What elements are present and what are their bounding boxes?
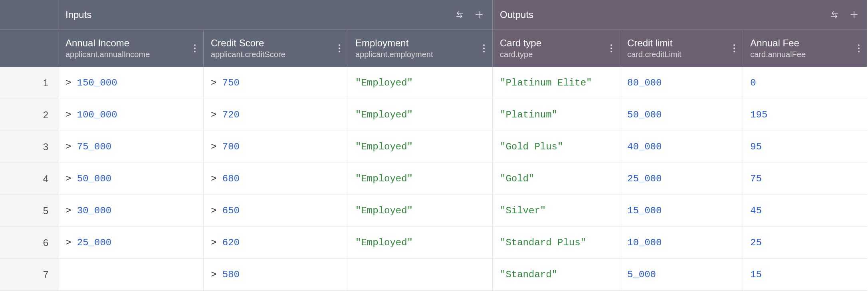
cell-card-type[interactable]: "Gold" <box>493 163 620 195</box>
cell-annual-income[interactable]: > 100_000 <box>58 99 204 131</box>
cell-credit-score[interactable]: > 750 <box>204 67 348 99</box>
plus-icon[interactable] <box>475 10 484 19</box>
outputs-section-label: Outputs <box>500 9 533 20</box>
column-title: Annual Income <box>65 38 150 49</box>
column-title: Credit Score <box>211 38 285 49</box>
row-number[interactable]: 6 <box>0 227 58 259</box>
svg-point-9 <box>610 44 612 46</box>
svg-point-15 <box>858 44 860 46</box>
cell-credit-score[interactable]: > 720 <box>204 99 348 131</box>
svg-point-4 <box>339 48 340 49</box>
column-title: Annual Fee <box>750 38 806 49</box>
svg-point-10 <box>610 48 612 49</box>
svg-point-16 <box>858 48 860 49</box>
row-number[interactable]: 1 <box>0 67 58 99</box>
cell-card-type[interactable]: "Silver" <box>493 195 620 227</box>
column-path: card.annualFee <box>750 50 806 59</box>
cell-credit-limit[interactable]: 5_000 <box>620 259 743 291</box>
column-header-credit-score[interactable]: Credit Score applicant.creditScore <box>204 30 348 67</box>
svg-point-8 <box>483 51 485 52</box>
cell-credit-score[interactable]: > 700 <box>204 131 348 163</box>
svg-point-13 <box>733 48 735 49</box>
cell-annual-income[interactable]: > 25_000 <box>58 227 204 259</box>
cell-employment[interactable]: "Employed" <box>348 99 493 131</box>
svg-point-1 <box>194 48 196 49</box>
column-path: applicant.annualIncome <box>65 50 150 59</box>
cell-employment[interactable]: "Employed" <box>348 163 493 195</box>
kebab-icon[interactable] <box>481 44 487 53</box>
section-header-outputs: Outputs <box>493 0 867 30</box>
cell-card-type[interactable]: "Platinum Elite" <box>493 67 620 99</box>
kebab-icon[interactable] <box>856 44 862 53</box>
svg-point-17 <box>858 51 860 52</box>
cell-credit-limit[interactable]: 40_000 <box>620 131 743 163</box>
column-path: card.creditLimit <box>627 50 682 59</box>
cell-credit-limit[interactable]: 80_000 <box>620 67 743 99</box>
cell-annual-fee[interactable]: 0 <box>743 67 867 99</box>
cell-employment[interactable]: "Employed" <box>348 227 493 259</box>
cell-annual-fee[interactable]: 45 <box>743 195 867 227</box>
cell-credit-limit[interactable]: 10_000 <box>620 227 743 259</box>
column-header-corner <box>0 30 58 67</box>
cell-credit-score[interactable]: > 650 <box>204 195 348 227</box>
cell-annual-fee[interactable]: 95 <box>743 131 867 163</box>
cell-credit-limit[interactable]: 15_000 <box>620 195 743 227</box>
svg-point-5 <box>339 51 340 52</box>
cell-employment[interactable]: "Employed" <box>348 195 493 227</box>
plus-icon[interactable] <box>850 10 858 19</box>
row-number[interactable]: 3 <box>0 131 58 163</box>
cell-annual-fee[interactable]: 75 <box>743 163 867 195</box>
swap-icon[interactable] <box>455 11 464 19</box>
cell-annual-income[interactable]: > 30_000 <box>58 195 204 227</box>
cell-credit-score[interactable]: > 580 <box>204 259 348 291</box>
cell-annual-income[interactable]: > 50_000 <box>58 163 204 195</box>
decision-table: Inputs Outputs Annual Income applicant.a… <box>0 0 868 291</box>
svg-point-0 <box>194 44 196 46</box>
column-header-card-type[interactable]: Card type card.type <box>493 30 620 67</box>
cell-annual-fee[interactable]: 195 <box>743 99 867 131</box>
column-header-annual-fee[interactable]: Annual Fee card.annualFee <box>743 30 867 67</box>
svg-point-12 <box>733 44 735 46</box>
cell-annual-income[interactable] <box>58 259 204 291</box>
cell-annual-income[interactable]: > 150_000 <box>58 67 204 99</box>
cell-card-type[interactable]: "Standard" <box>493 259 620 291</box>
cell-credit-limit[interactable]: 50_000 <box>620 99 743 131</box>
svg-point-11 <box>610 51 612 52</box>
cell-card-type[interactable]: "Gold Plus" <box>493 131 620 163</box>
row-number[interactable]: 5 <box>0 195 58 227</box>
cell-employment[interactable] <box>348 259 493 291</box>
cell-card-type[interactable]: "Standard Plus" <box>493 227 620 259</box>
cell-annual-fee[interactable]: 15 <box>743 259 867 291</box>
inputs-section-actions <box>455 10 484 19</box>
row-number[interactable]: 2 <box>0 99 58 131</box>
kebab-icon[interactable] <box>337 44 342 53</box>
inputs-section-label: Inputs <box>65 9 91 20</box>
row-number[interactable]: 4 <box>0 163 58 195</box>
column-path: applicant.creditScore <box>211 50 285 59</box>
cell-credit-score[interactable]: > 620 <box>204 227 348 259</box>
column-path: card.type <box>500 50 541 59</box>
swap-icon[interactable] <box>830 11 839 19</box>
row-number[interactable]: 7 <box>0 259 58 291</box>
outputs-section-actions <box>830 10 858 19</box>
cell-annual-income[interactable]: > 75_000 <box>58 131 204 163</box>
cell-annual-fee[interactable]: 25 <box>743 227 867 259</box>
column-title: Employment <box>355 38 433 49</box>
column-header-annual-income[interactable]: Annual Income applicant.annualIncome <box>58 30 204 67</box>
column-title: Card type <box>500 38 541 49</box>
column-header-credit-limit[interactable]: Credit limit card.creditLimit <box>620 30 743 67</box>
svg-point-6 <box>483 44 485 46</box>
svg-point-3 <box>339 44 340 46</box>
column-path: applicant.employment <box>355 50 433 59</box>
section-header-corner <box>0 0 58 30</box>
cell-credit-score[interactable]: > 680 <box>204 163 348 195</box>
cell-employment[interactable]: "Employed" <box>348 67 493 99</box>
kebab-icon[interactable] <box>192 44 198 53</box>
kebab-icon[interactable] <box>731 44 737 53</box>
cell-credit-limit[interactable]: 25_000 <box>620 163 743 195</box>
column-header-employment[interactable]: Employment applicant.employment <box>348 30 493 67</box>
cell-card-type[interactable]: "Platinum" <box>493 99 620 131</box>
column-title: Credit limit <box>627 38 682 49</box>
cell-employment[interactable]: "Employed" <box>348 131 493 163</box>
kebab-icon[interactable] <box>608 44 614 53</box>
